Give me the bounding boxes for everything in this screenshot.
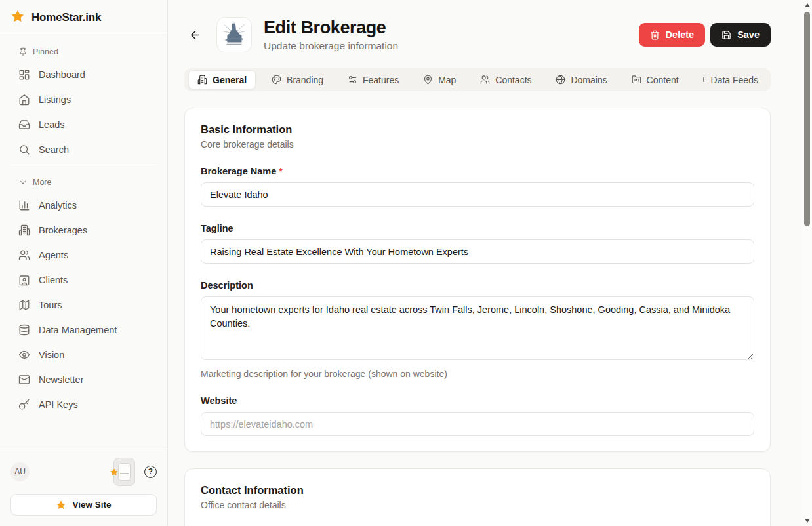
brokerage-name-input[interactable] (201, 182, 754, 207)
sidebar-item-search[interactable]: Search (8, 138, 159, 161)
star-icon (56, 500, 66, 510)
sidebar-item-label: Dashboard (39, 70, 85, 80)
more-label: More (33, 178, 51, 187)
tab-branding[interactable]: Branding (263, 70, 332, 89)
scrollbar-thumb[interactable] (804, 12, 810, 226)
users-icon (18, 249, 30, 261)
globe-icon (556, 75, 565, 85)
widget-star-icon (110, 468, 119, 477)
pinned-label: Pinned (33, 47, 58, 56)
avatar[interactable]: AU (10, 462, 30, 481)
website-input[interactable] (201, 412, 754, 436)
tab-label: Content (647, 75, 679, 85)
brokerage-logo (216, 17, 252, 52)
sidebar-item-label: Newsletter (39, 374, 84, 385)
sidebar-item-label: Leads (39, 119, 65, 130)
required-asterisk: * (279, 166, 283, 176)
sidebar-footer: AU ? View Site (0, 449, 167, 526)
website-label: Website (201, 395, 754, 406)
main-area: Edit Brokerage Update brokerage informat… (168, 0, 812, 526)
sidebar-item-label: Listings (39, 94, 71, 105)
tab-label: Contacts (495, 75, 531, 85)
sidebar-item-tours[interactable]: Tours (8, 293, 159, 317)
sidebar-item-label: Clients (39, 275, 68, 285)
tab-label: Branding (287, 75, 323, 85)
section-title: Basic Information (201, 123, 754, 136)
sidebar-item-dashboard[interactable]: Dashboard (8, 63, 159, 87)
view-site-button[interactable]: View Site (10, 494, 157, 516)
description-helper-text: Marketing description for your brokerage… (201, 369, 754, 379)
tab-domains[interactable]: Domains (547, 70, 615, 89)
tagline-label: Tagline (201, 223, 754, 233)
sidebar-item-analytics[interactable]: Analytics (8, 193, 159, 217)
sidebar-item-listings[interactable]: Listings (8, 88, 159, 111)
sliders-icon (348, 75, 357, 85)
users-icon (480, 75, 490, 85)
description-textarea[interactable]: Your hometown experts for Idaho real est… (201, 296, 754, 360)
tab-contacts[interactable]: Contacts (472, 70, 540, 89)
tab-map[interactable]: Map (415, 70, 464, 89)
pinned-section-header: Pinned (8, 42, 159, 62)
sidebar-item-label: API Keys (39, 399, 78, 410)
section-title: Contact Information (201, 484, 754, 496)
app-logo[interactable]: HomeStar.ink (0, 0, 167, 35)
tagline-input[interactable] (201, 239, 754, 264)
sidebar-item-brokerages[interactable]: Brokerages (8, 218, 159, 242)
tab-label: Features (363, 75, 399, 85)
page-title: Edit Brokerage (264, 18, 398, 38)
more-section-header[interactable]: More (8, 172, 159, 192)
widget-toggle-icon[interactable] (113, 458, 135, 486)
chevron-down-icon (18, 178, 28, 187)
tab-general[interactable]: General (188, 70, 256, 89)
tab-content[interactable]: Content (623, 70, 687, 89)
tab-data-feeds[interactable]: Data Feeds (695, 70, 767, 89)
sidebar-item-clients[interactable]: Clients (8, 268, 159, 292)
tab-label: Data Feeds (711, 75, 758, 85)
page-subtitle: Update brokerage information (264, 40, 398, 52)
tab-bar: GeneralBrandingFeaturesMapContactsDomain… (184, 68, 771, 91)
save-label: Save (737, 30, 760, 40)
sidebar-item-data-management[interactable]: Data Management (8, 318, 159, 342)
sidebar-item-api-keys[interactable]: API Keys (8, 393, 159, 416)
sidebar-item-vision[interactable]: Vision (8, 343, 159, 367)
view-site-label: View Site (72, 500, 111, 510)
sidebar-divider (10, 167, 157, 167)
app-root: HomeStar.ink Pinned DashboardListingsLea… (0, 0, 812, 526)
brokerage-name-label: Brokerage Name * (201, 166, 754, 176)
contact-icon (18, 274, 30, 286)
sidebar-item-leads[interactable]: Leads (8, 113, 159, 136)
app-star-icon (10, 9, 25, 26)
tab-label: Map (438, 75, 456, 85)
save-icon (721, 30, 731, 40)
app-title: HomeStar.ink (31, 11, 101, 24)
sidebar: HomeStar.ink Pinned DashboardListingsLea… (0, 0, 168, 526)
sidebar-item-label: Analytics (39, 200, 77, 211)
mail-icon (18, 374, 30, 386)
tab-label: Domains (571, 75, 607, 85)
search-icon (18, 144, 30, 155)
help-icon[interactable]: ? (144, 466, 157, 478)
database-icon (18, 324, 30, 336)
back-button[interactable] (184, 24, 205, 45)
building-icon (18, 224, 30, 236)
sidebar-item-label: Data Management (39, 325, 117, 335)
sidebar-item-agents[interactable]: Agents (8, 243, 159, 267)
home-icon (18, 94, 30, 106)
clipped-icon (703, 77, 706, 82)
scrollbar[interactable] (802, 0, 812, 526)
folder-icon (632, 75, 641, 85)
scroll-down-arrow[interactable] (805, 519, 810, 523)
page-header: Edit Brokerage Update brokerage informat… (184, 17, 771, 52)
inbox-icon (18, 119, 30, 131)
key-icon (18, 399, 30, 411)
scroll-up-arrow[interactable] (805, 3, 810, 7)
sidebar-item-label: Search (39, 144, 69, 155)
tab-features[interactable]: Features (339, 70, 407, 89)
delete-button[interactable]: Delete (639, 23, 706, 47)
section-subtitle: Core brokerage details (201, 139, 754, 150)
save-button[interactable]: Save (710, 23, 771, 47)
building-icon (197, 75, 207, 85)
widget-panel (118, 463, 131, 481)
sidebar-item-label: Agents (39, 250, 68, 260)
sidebar-item-newsletter[interactable]: Newsletter (8, 368, 159, 392)
